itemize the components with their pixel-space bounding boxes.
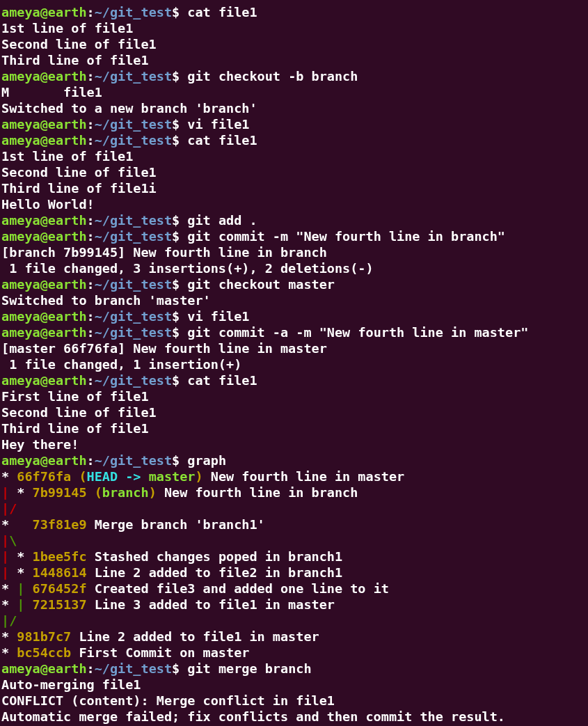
output-line: 1st line of file1: [1, 20, 588, 36]
graph-segment: |: [1, 501, 9, 516]
graph-segment: Line 2 added to file1 in master: [71, 629, 319, 644]
output-line: CONFLICT (content): Merge conflict in fi…: [1, 693, 588, 709]
prompt-path: ~/git_test: [95, 325, 172, 340]
output-line: Automatic merge failed; fix conflicts an…: [1, 709, 588, 725]
graph-segment: 1bee5fc: [33, 549, 87, 564]
output-line: First line of file1: [1, 388, 588, 404]
git-graph-line: | * 7b99145 (branch) New fourth line in …: [1, 484, 588, 500]
output-text: Third line of file1: [1, 421, 149, 436]
prompt-line: ameya@earth:~/git_test$ cat file1: [1, 372, 588, 388]
prompt-line: ameya@earth:~/git_test$ git commit -m "N…: [1, 228, 588, 244]
graph-segment: 7215137: [33, 597, 87, 612]
prompt-line: ameya@earth:~/git_test$ vi file1: [1, 308, 588, 324]
graph-segment: Line 2 added to file2 in branch1: [87, 565, 343, 580]
graph-segment: bc54ccb: [17, 645, 71, 660]
output-text: CONFLICT (content): Merge conflict in fi…: [1, 693, 335, 708]
command-text: vi file1: [187, 309, 249, 324]
prompt-path: ~/git_test: [95, 133, 172, 148]
output-line: Second line of file1: [1, 404, 588, 420]
output-line: Switched to a new branch 'branch': [1, 100, 588, 116]
command-text: cat file1: [187, 373, 257, 388]
graph-segment: |: [17, 581, 24, 596]
graph-segment: [24, 581, 32, 596]
git-graph-line: |/: [1, 500, 588, 516]
output-line: 1 file changed, 1 insertion(+): [1, 356, 588, 372]
graph-segment: /: [9, 613, 17, 628]
output-text: M file1: [1, 85, 102, 100]
prompt-user: ameya@earth: [1, 229, 87, 244]
prompt-user: ameya@earth: [1, 133, 87, 148]
prompt-colon: :: [87, 5, 95, 19]
prompt-line: ameya@earth:~/git_test$ git merge branch: [1, 661, 588, 677]
output-line: [branch 7b99145] New fourth line in bran…: [1, 244, 588, 260]
prompt-dollar: $: [172, 661, 187, 676]
graph-segment: *: [1, 517, 33, 532]
output-line: Third line of file1i: [1, 180, 588, 196]
prompt-dollar: $: [172, 277, 187, 292]
output-text: [branch 7b99145] New fourth line in bran…: [1, 245, 327, 260]
graph-segment: branch: [102, 485, 149, 500]
output-text: 1st line of file1: [1, 21, 133, 35]
graph-segment: *: [1, 645, 17, 660]
prompt-dollar: $: [172, 117, 187, 132]
prompt-line: ameya@earth:~/git_test$ git add .: [1, 212, 588, 228]
prompt-colon: :: [87, 117, 95, 132]
prompt-dollar: $: [172, 325, 187, 340]
output-text: Second line of file1: [1, 37, 157, 52]
graph-segment: Stashed changes poped in branch1: [87, 549, 343, 564]
prompt-dollar: $: [172, 453, 187, 468]
prompt-dollar: $: [172, 213, 187, 228]
output-text: Third line of file1i: [1, 181, 157, 196]
output-text: 1st line of file1: [1, 149, 133, 164]
output-text: Automatic merge failed; fix conflicts an…: [1, 709, 505, 724]
prompt-dollar: $: [172, 229, 187, 244]
output-line: M file1: [1, 84, 588, 100]
graph-segment: (: [95, 485, 102, 500]
graph-segment: *: [9, 485, 32, 500]
command-text: cat file1: [187, 133, 257, 148]
graph-segment: |: [1, 549, 9, 564]
prompt-colon: :: [87, 373, 95, 388]
terminal-output[interactable]: ameya@earth:~/git_test$ cat file11st lin…: [0, 0, 588, 726]
graph-segment: *: [1, 469, 17, 484]
prompt-line: ameya@earth:~/git_test$ git commit -a -m…: [1, 324, 588, 340]
prompt-line: ameya@earth:~/git_test$ git checkout -b …: [1, 68, 588, 84]
prompt-colon: :: [87, 213, 95, 228]
prompt-colon: :: [87, 309, 95, 324]
prompt-path: ~/git_test: [95, 661, 172, 676]
git-graph-line: * | 676452f Created file3 and added one …: [1, 581, 588, 597]
graph-segment: 7b99145: [33, 485, 95, 500]
git-graph-line: * bc54ccb First Commit on master: [1, 645, 588, 661]
git-graph-line: | * 1bee5fc Stashed changes poped in bra…: [1, 549, 588, 565]
output-line: Hello World!: [1, 196, 588, 212]
output-line: Hey there!: [1, 436, 588, 452]
prompt-line: ameya@earth:~/git_test$ cat file1: [1, 132, 588, 148]
prompt-dollar: $: [172, 5, 187, 19]
prompt-colon: :: [87, 277, 95, 292]
graph-segment: HEAD ->: [87, 469, 149, 484]
output-line: Auto-merging file1: [1, 677, 588, 693]
graph-segment: ): [149, 485, 157, 500]
output-line: Second line of file1: [1, 36, 588, 52]
output-text: Auto-merging file1: [1, 677, 141, 692]
prompt-user: ameya@earth: [1, 309, 87, 324]
output-text: Hey there!: [1, 437, 79, 452]
graph-segment: 676452f: [33, 581, 87, 596]
command-text: git commit -a -m "New fourth line in mas…: [187, 325, 528, 340]
graph-segment: |: [1, 533, 9, 548]
prompt-user: ameya@earth: [1, 661, 87, 676]
prompt-colon: :: [87, 453, 95, 468]
prompt-line: ameya@earth:~/git_test$ graph: [1, 452, 588, 468]
graph-segment: *: [1, 581, 17, 596]
command-text: git merge branch: [187, 661, 311, 676]
graph-segment: |: [17, 597, 24, 612]
prompt-path: ~/git_test: [95, 117, 172, 132]
output-line: Switched to branch 'master': [1, 292, 588, 308]
graph-segment: *: [9, 565, 32, 580]
command-text: git commit -m "New fourth line in branch…: [187, 229, 505, 244]
graph-segment: New fourth line in master: [203, 469, 405, 484]
output-text: Third line of file1: [1, 53, 149, 68]
prompt-colon: :: [87, 325, 95, 340]
output-text: 1 file changed, 3 insertions(+), 2 delet…: [1, 261, 374, 276]
command-text: graph: [187, 453, 226, 468]
